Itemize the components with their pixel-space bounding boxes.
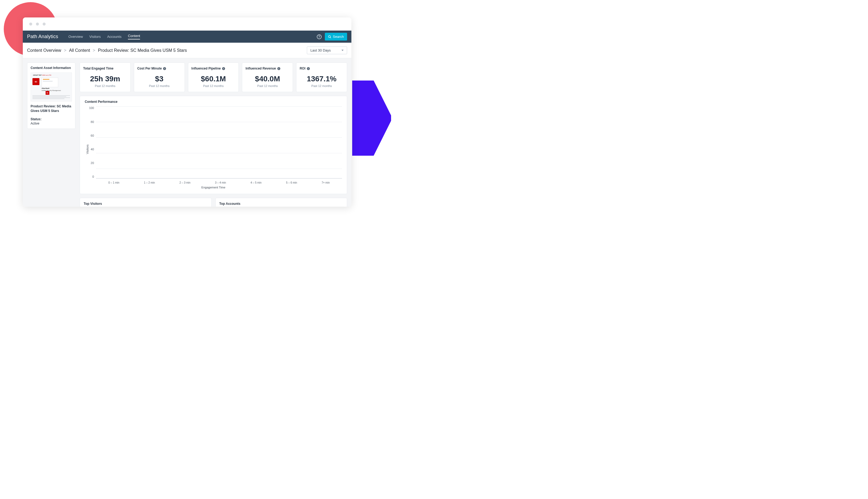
x-tick: 1 – 2 min [144,181,155,184]
metric-total-engaged-time: Total Engaged Time 25h 39m Past 12 month… [80,62,131,92]
top-visitors-card: Top Visitors [80,198,212,207]
metric-influenced-revenue: Influenced Revenuei $40.0M Past 12 month… [242,62,293,92]
x-axis-label: Engagement Time [85,186,342,189]
breadcrumb-item[interactable]: Content Overview [27,48,61,53]
metric-value: $60.1M [201,75,226,83]
breadcrumb-item[interactable]: All Content [69,48,90,53]
info-icon[interactable]: i [277,67,280,70]
metric-period: Past 12 months [257,84,278,87]
metric-value: 1367.1% [307,75,337,83]
browser-window: Path Analytics Overview Visitors Account… [23,17,351,207]
chevron-right-icon: > [64,48,66,53]
metric-value: $40.0M [255,75,280,83]
info-icon[interactable]: i [222,67,225,70]
bottom-panels: Top Visitors Top Accounts [80,198,347,207]
browser-chrome [23,17,351,31]
breadcrumb-bar: Content Overview > All Content > Product… [23,43,351,58]
x-tick: 2 – 3 min [179,181,190,184]
status-value: Active [30,122,72,125]
top-accounts-card: Top Accounts [215,198,347,207]
chart-plot-area: 0 – 1 min 1 – 2 min 2 – 3 min 3 – 4 min … [96,106,342,184]
breadcrumb-item-current: Product Review: SC Media Gives USM 5 Sta… [98,48,187,53]
metric-influenced-pipeline: Influenced Pipelinei $60.1M Past 12 mont… [188,62,239,92]
asset-info-card: Content Asset Information GROUP TEST SIE… [27,62,75,129]
content-performance-chart: Content Performance Visitors 100 80 60 4… [80,96,347,194]
x-tick: 3 – 4 min [215,181,226,184]
metric-label: Total Engaged Time [83,66,113,70]
tab-overview[interactable]: Overview [65,31,86,43]
page-body: Content Asset Information GROUP TEST SIE… [23,58,351,207]
metric-period: Past 12 months [149,84,169,87]
y-axis-ticks: 100 80 60 40 20 0 [89,106,96,184]
decorative-arrow [352,81,391,156]
main-column: Total Engaged Time 25h 39m Past 12 month… [80,62,347,203]
search-icon [328,35,331,38]
top-visitors-title: Top Visitors [84,202,207,206]
y-tick: 40 [91,148,94,151]
metric-roi: ROIi 1367.1% Past 12 months [296,62,347,92]
metric-label: Influenced Pipeline [191,66,221,70]
breadcrumb: Content Overview > All Content > Product… [27,48,187,53]
asset-title: Product Review: SC Media Gives USM 5 Sta… [30,104,72,113]
metrics-row: Total Engaged Time 25h 39m Past 12 month… [80,62,347,92]
x-tick: 4 – 5 min [251,181,262,184]
chart-title: Content Performance [85,100,342,104]
x-tick: 5 – 6 min [286,181,297,184]
info-icon[interactable]: i [307,67,310,70]
y-tick: 60 [91,134,94,137]
metric-label: Cost Per Minute [137,66,162,70]
date-range-label: Last 30 Days [310,48,331,52]
metric-label: Influenced Revenue [246,66,276,70]
svg-point-1 [328,35,330,38]
x-axis-ticks: 0 – 1 min 1 – 2 min 2 – 3 min 3 – 4 min … [96,181,342,184]
asset-thumbnail: GROUP TEST SIEM and UTM SC AlienVault Un… [30,72,72,101]
tab-accounts[interactable]: Accounts [104,31,124,43]
metric-period: Past 12 months [203,84,224,87]
chevron-down-icon [341,50,344,51]
metric-value: $3 [155,75,163,83]
search-button-label: Search [333,35,344,39]
metric-period: Past 12 months [95,84,115,87]
chevron-right-icon: > [93,48,95,53]
y-tick: 20 [91,161,94,165]
x-tick: 0 – 1 min [108,181,119,184]
window-dot [43,23,46,25]
app-header: Path Analytics Overview Visitors Account… [23,31,351,43]
svg-line-2 [330,37,331,38]
metric-cost-per-minute: Cost Per Minutei $3 Past 12 months [134,62,185,92]
y-axis-label: Visitors [85,106,89,184]
y-tick: 100 [89,106,94,110]
brand-title: Path Analytics [27,34,58,39]
top-accounts-title: Top Accounts [219,202,343,206]
asset-info-title: Content Asset Information [30,66,72,70]
tab-visitors[interactable]: Visitors [86,31,104,43]
y-tick: 0 [92,175,94,178]
metric-period: Past 12 months [311,84,332,87]
metric-label: ROI [300,66,305,70]
x-tick: 7+ min [322,181,330,184]
svg-marker-0 [352,81,391,156]
nav-tabs: Overview Visitors Accounts Content [65,31,317,43]
search-button[interactable]: Search [325,33,347,40]
window-dot [29,23,32,25]
status-label: Status: [30,117,72,121]
info-icon[interactable]: i [163,67,166,70]
date-range-filter[interactable]: Last 30 Days [307,46,347,54]
y-tick: 80 [91,120,94,123]
tab-content[interactable]: Content [125,31,143,43]
help-icon[interactable]: ? [317,34,322,39]
metric-value: 25h 39m [90,75,120,83]
window-dot [36,23,39,25]
